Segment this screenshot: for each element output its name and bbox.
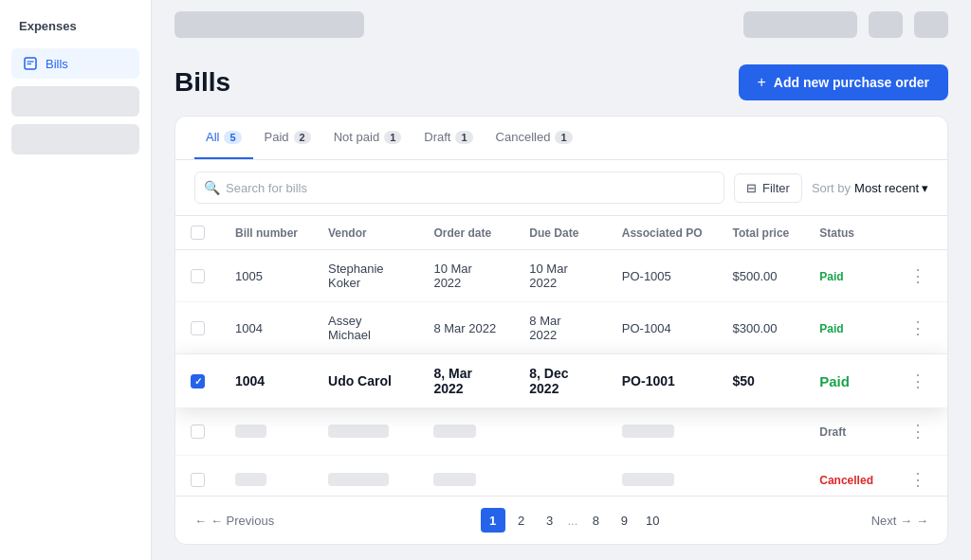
cell-associated-po: PO-1005: [607, 250, 718, 302]
cell-skeleton: [418, 407, 514, 456]
status-badge: Paid: [819, 270, 843, 283]
bills-card: All 5 Paid 2 Not paid 1 Draft 1 Cancelle…: [174, 116, 948, 545]
row-actions-button[interactable]: ⋮: [904, 419, 932, 443]
sidebar-skeleton-2: [11, 124, 139, 154]
page-header: Bills + Add new purchase order: [152, 49, 971, 116]
row-actions-button[interactable]: ⋮: [904, 263, 932, 288]
cell-skeleton: [220, 407, 313, 456]
table-row: 1004 Assey Michael 8 Mar 2022 8 Mar 2022…: [175, 302, 947, 354]
next-button[interactable]: Next → →: [871, 514, 928, 528]
tab-draft[interactable]: Draft 1: [412, 117, 484, 159]
sort-by-label: Sort by: [812, 181, 851, 195]
tab-cancelled-badge: 1: [555, 131, 572, 144]
topbar-skeleton-medium: [743, 11, 857, 38]
cell-status: Paid: [804, 302, 889, 354]
tab-not-paid-label: Not paid: [334, 130, 379, 144]
sort-value[interactable]: Most recent ▾: [854, 181, 928, 195]
pagination: ← ← Previous 1 2 3 ... 8 9 10 Next → →: [175, 496, 947, 544]
sidebar-item-bills-label: Bills: [46, 57, 68, 71]
chevron-down-icon: ▾: [922, 181, 928, 195]
tab-not-paid[interactable]: Not paid 1: [322, 117, 413, 159]
row-actions-button-highlighted[interactable]: ⋮: [904, 369, 932, 393]
cell-actions[interactable]: ⋮: [889, 456, 947, 497]
tab-paid-badge: 2: [294, 131, 311, 144]
cell-associated-po: PO-1004: [607, 302, 718, 354]
select-all-header[interactable]: [175, 216, 220, 250]
cell-skeleton: [418, 456, 514, 497]
sidebar: Expenses Bills: [0, 0, 152, 560]
select-all-checkbox[interactable]: [191, 226, 205, 240]
bills-table-wrap: Bill number Vendor Order date Due Date A…: [175, 216, 947, 496]
cell-status: Draft: [804, 407, 889, 456]
page-num-9[interactable]: 9: [612, 508, 636, 533]
status-badge-draft: Draft: [819, 425, 846, 439]
page-num-8[interactable]: 8: [583, 508, 608, 533]
row-checkbox[interactable]: [191, 269, 205, 283]
tab-all[interactable]: All 5: [194, 117, 253, 159]
page-numbers: 1 2 3 ... 8 9 10: [481, 508, 666, 533]
cell-actions[interactable]: ⋮: [889, 250, 947, 302]
cell-vendor: Assey Michael: [313, 302, 418, 354]
tab-cancelled[interactable]: Cancelled 1: [485, 117, 584, 159]
row-actions-button[interactable]: ⋮: [904, 467, 932, 492]
row-checkbox[interactable]: [191, 425, 205, 439]
row-checkbox-cell[interactable]: [175, 250, 220, 302]
col-bill-number: Bill number: [220, 216, 313, 250]
col-actions: [889, 216, 947, 250]
row-checkbox-cell[interactable]: [175, 302, 220, 354]
filter-label: Filter: [762, 181, 790, 195]
tab-all-badge: 5: [224, 131, 241, 144]
topbar-skeleton-wide: [174, 11, 364, 38]
cell-skeleton: [717, 456, 804, 497]
arrow-left-icon: ←: [194, 514, 207, 528]
tab-cancelled-label: Cancelled: [496, 130, 551, 144]
page-num-2[interactable]: 2: [509, 508, 534, 533]
table-header-row: Bill number Vendor Order date Due Date A…: [175, 216, 947, 250]
topbar-skeleton-small-2: [914, 11, 948, 38]
page-ellipsis: ...: [566, 514, 580, 528]
row-checkbox-cell[interactable]: [175, 456, 220, 497]
row-checkbox-checked[interactable]: ✓: [191, 374, 205, 388]
status-badge-cancelled: Cancelled: [819, 474, 873, 487]
cell-vendor: Stephanie Koker: [313, 250, 418, 302]
filter-button[interactable]: ⊟ Filter: [734, 173, 802, 203]
previous-button[interactable]: ← ← Previous: [194, 514, 274, 528]
cell-skeleton: [607, 407, 718, 456]
topbar-skeleton-small-1: [869, 11, 903, 38]
table-row: 1005 Stephanie Koker 10 Mar 2022 10 Mar …: [175, 250, 947, 302]
page-num-10[interactable]: 10: [640, 508, 665, 533]
cell-total-price-highlighted: $50: [717, 354, 804, 408]
add-purchase-order-button[interactable]: + Add new purchase order: [739, 64, 949, 100]
sidebar-title: Expenses: [11, 15, 139, 37]
row-checkbox-cell[interactable]: [175, 407, 220, 456]
sort-control[interactable]: Sort by Most recent ▾: [812, 181, 928, 195]
row-checkbox[interactable]: [191, 473, 205, 487]
cell-bill-number: 1005: [220, 250, 313, 302]
row-checkbox-cell-highlighted[interactable]: ✓: [175, 354, 220, 408]
cell-status: Cancelled: [804, 456, 889, 497]
tab-paid[interactable]: Paid 2: [253, 117, 322, 159]
table-row-highlighted: ✓ 1004 Udo Carol 8, Mar 2022 8, Dec 2022…: [175, 354, 947, 408]
add-button-label: Add new purchase order: [774, 75, 929, 90]
cell-due-date: 10 Mar 2022: [514, 250, 606, 302]
status-badge-paid-large: Paid: [819, 373, 850, 389]
search-input[interactable]: [194, 172, 724, 204]
sort-value-text: Most recent: [854, 181, 919, 195]
cell-actions-highlighted[interactable]: ⋮: [889, 354, 947, 408]
page-num-3[interactable]: 3: [538, 508, 562, 533]
bills-table: Bill number Vendor Order date Due Date A…: [175, 216, 947, 496]
cell-vendor-highlighted: Udo Carol: [313, 354, 418, 408]
tabs-bar: All 5 Paid 2 Not paid 1 Draft 1 Cancelle…: [175, 117, 947, 160]
cell-skeleton: [514, 456, 606, 497]
page-num-1[interactable]: 1: [481, 508, 505, 533]
sidebar-item-bills[interactable]: Bills: [11, 48, 139, 79]
cell-actions[interactable]: ⋮: [889, 407, 947, 456]
cell-total-price: $500.00: [717, 250, 804, 302]
next-label: Next →: [871, 514, 912, 528]
cell-bill-number: 1004: [220, 302, 313, 354]
cell-actions[interactable]: ⋮: [889, 302, 947, 354]
row-checkbox[interactable]: [191, 321, 205, 335]
cell-due-date: 8 Mar 2022: [514, 302, 606, 354]
sidebar-skeleton-1: [11, 86, 139, 117]
row-actions-button[interactable]: ⋮: [904, 316, 932, 340]
